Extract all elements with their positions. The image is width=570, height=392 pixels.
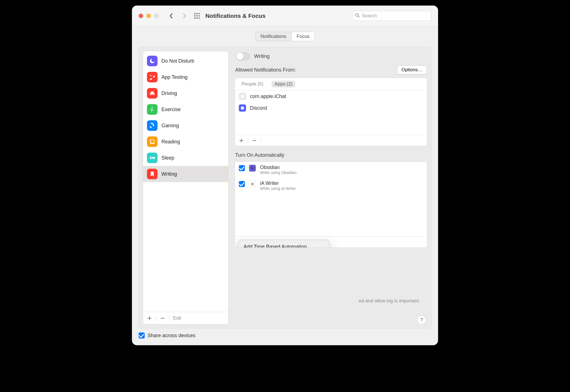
- automation-checkbox[interactable]: [239, 181, 245, 187]
- app-icon: [249, 180, 256, 188]
- bookmark-icon: [147, 169, 158, 179]
- focus-item-label: Gaming: [161, 123, 179, 129]
- automation-row[interactable]: ObsidianWhile using Obsidian: [235, 162, 427, 178]
- focus-item-driving[interactable]: Driving: [143, 85, 228, 101]
- svg-point-1: [196, 13, 197, 14]
- focus-item-label: Reading: [161, 139, 180, 145]
- svg-point-10: [197, 18, 198, 19]
- add-allowed-app-button[interactable]: [238, 137, 245, 144]
- svg-rect-16: [251, 167, 254, 170]
- tab-focus[interactable]: Focus: [291, 32, 315, 41]
- focus-item-label: Writing: [161, 171, 177, 177]
- share-row: Share across devices: [139, 332, 431, 339]
- focus-item-gaming[interactable]: Gaming: [143, 117, 228, 134]
- toolbar-divider: [156, 315, 156, 321]
- tools-icon: [147, 72, 158, 82]
- automation-sub: While using iA Writer: [260, 186, 296, 191]
- automation-text: ObsidianWhile using Obsidian: [260, 165, 297, 175]
- moon-icon: [147, 56, 158, 66]
- focus-enable-row: Writing: [235, 51, 427, 62]
- auto-card: ObsidianWhile using ObsidianiA WriterWhi…: [235, 161, 427, 248]
- focus-detail: Writing Allowed Notifications From: Opti…: [235, 51, 427, 324]
- minimize-window-button[interactable]: [146, 14, 151, 18]
- help-button[interactable]: ?: [417, 315, 426, 324]
- people-tab[interactable]: People (5): [239, 81, 266, 87]
- allowed-apps-list: com.apple.iChatDiscord: [235, 90, 427, 135]
- svg-point-8: [194, 18, 195, 19]
- svg-point-7: [199, 15, 200, 16]
- zoom-window-button[interactable]: [154, 14, 159, 18]
- svg-point-2: [197, 13, 198, 14]
- options-button[interactable]: Options…: [397, 65, 427, 74]
- svg-rect-14: [241, 95, 244, 98]
- add-time-automation[interactable]: Add Time Based Automation: [238, 242, 329, 248]
- apps-tab[interactable]: Apps (2): [272, 81, 295, 87]
- svg-point-11: [199, 18, 200, 19]
- allowed-app-row[interactable]: Discord: [235, 102, 427, 114]
- toolbar-divider: [248, 138, 248, 143]
- svg-point-5: [196, 15, 197, 16]
- focus-enable-switch[interactable]: [236, 52, 250, 60]
- automation-name: iA Writer: [260, 180, 296, 186]
- app-icon: [239, 93, 246, 100]
- rocket-icon: [147, 120, 158, 131]
- allowed-app-row[interactable]: com.apple.iChat: [235, 90, 427, 102]
- edit-focus-button[interactable]: Edit: [173, 315, 181, 321]
- auto-label: Turn On Automatically: [235, 152, 284, 158]
- automation-row[interactable]: iA WriterWhile using iA Writer: [235, 178, 427, 193]
- window-controls: [139, 14, 159, 18]
- book-icon: [147, 136, 158, 147]
- auto-list: ObsidianWhile using ObsidianiA WriterWhi…: [235, 162, 427, 236]
- automation-name: Obsidian: [260, 165, 297, 170]
- search-input[interactable]: [362, 13, 428, 19]
- remove-allowed-app-button[interactable]: [251, 137, 258, 144]
- back-button[interactable]: [166, 11, 176, 21]
- focus-status-hint: ed and allow ing is important.: [331, 298, 420, 304]
- share-across-devices-checkbox[interactable]: [139, 332, 145, 339]
- titlebar: Notifications & Focus: [132, 6, 438, 26]
- show-all-icon[interactable]: [194, 13, 200, 19]
- focus-item-sleep[interactable]: Sleep: [143, 150, 228, 166]
- svg-point-3: [199, 13, 200, 14]
- focus-item-label: Do Not Disturb: [161, 58, 194, 64]
- automation-sub: While using Obsidian: [260, 170, 297, 175]
- svg-point-0: [194, 13, 195, 14]
- remove-focus-button[interactable]: [159, 315, 166, 322]
- allowed-tabs: People (5) Apps (2): [235, 78, 427, 90]
- add-focus-button[interactable]: [146, 315, 153, 322]
- focus-item-exercise[interactable]: Exercise: [143, 101, 228, 117]
- bed-icon: [147, 153, 158, 163]
- allowed-notifications-card: People (5) Apps (2) com.apple.iChatDisco…: [235, 78, 427, 146]
- allowed-app-name: Discord: [250, 105, 267, 111]
- tab-notifications[interactable]: Notifications: [255, 32, 291, 41]
- run-icon: [147, 104, 158, 115]
- toolbar-divider: [261, 138, 261, 143]
- automation-checkbox[interactable]: [239, 165, 245, 171]
- svg-line-13: [358, 16, 359, 17]
- svg-rect-17: [251, 183, 254, 186]
- svg-point-6: [197, 15, 198, 16]
- focus-item-writing[interactable]: Writing: [143, 166, 228, 182]
- preferences-window: Notifications & Focus Notifications Focu…: [132, 6, 438, 345]
- focus-panel: Do Not DisturbApp TestingDrivingExercise…: [139, 47, 431, 329]
- segmented-control: Notifications Focus: [255, 32, 315, 41]
- focus-item-app-testing[interactable]: App Testing: [143, 69, 228, 85]
- focus-name-label: Writing: [254, 53, 270, 59]
- search-field[interactable]: [352, 11, 431, 21]
- add-automation-menu: Add Time Based Automation Add Location B…: [238, 240, 330, 248]
- focus-item-reading[interactable]: Reading: [143, 134, 228, 150]
- allowed-apps-toolbar: [235, 135, 427, 146]
- search-icon: [355, 13, 360, 19]
- forward-button[interactable]: [180, 11, 189, 21]
- allowed-from-label: Allowed Notifications From:: [235, 67, 296, 73]
- window-body: Notifications Focus Do Not DisturbApp Te…: [132, 26, 438, 345]
- focus-item-label: Exercise: [161, 107, 181, 112]
- app-icon: [249, 165, 256, 172]
- focus-list: Do Not DisturbApp TestingDrivingExercise…: [143, 51, 229, 324]
- svg-rect-15: [241, 107, 244, 110]
- close-window-button[interactable]: [139, 14, 143, 18]
- focus-item-do-not-disturb[interactable]: Do Not Disturb: [143, 53, 228, 69]
- focus-list-toolbar: Edit: [143, 312, 228, 324]
- focus-list-scroll: Do Not DisturbApp TestingDrivingExercise…: [143, 51, 228, 312]
- focus-item-label: Sleep: [161, 155, 174, 161]
